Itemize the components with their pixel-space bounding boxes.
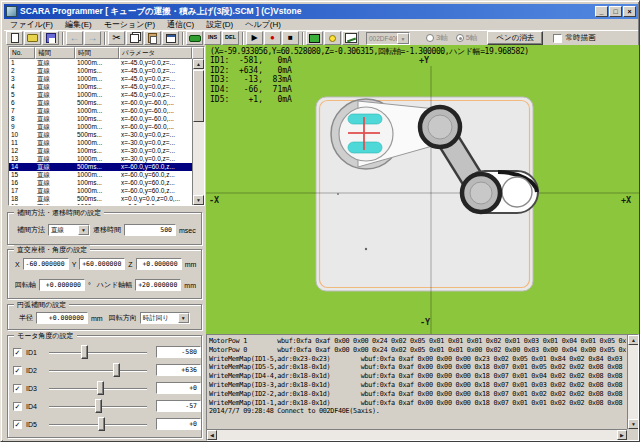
motor-angle-field[interactable]: -57 <box>156 400 201 412</box>
insert-step-button[interactable]: INS <box>204 31 221 45</box>
communication-log[interactable]: MotorPow 1 wbuf:0xfa 0xaf 0x00 0x00 0x24… <box>206 334 639 441</box>
table-row[interactable]: 8直線100ms...x=-60.0,y=-60.0,... <box>9 115 192 123</box>
step-back-button[interactable]: ← <box>66 31 83 45</box>
table-row[interactable]: 5直線1000m...x=-45.0,y=0.0,z=... <box>9 91 192 99</box>
motor-enable-checkbox[interactable]: ✓ <box>13 384 22 393</box>
table-row[interactable]: 7直線1000m...x=-60.0,y=-60.0,... <box>9 107 192 115</box>
slider-track[interactable] <box>49 370 147 372</box>
cut-button[interactable]: ✂ <box>108 31 125 45</box>
menu-item[interactable]: 編集(E) <box>59 19 98 30</box>
table-row[interactable]: 3直線1000m...x=-45.0,y=0.0,z=... <box>9 75 192 83</box>
table-row[interactable]: 10直線500ms...x=-30.0,y=0.0,z=... <box>9 131 192 139</box>
menu-item[interactable]: 設定(D) <box>200 19 239 30</box>
copy-button[interactable] <box>126 31 143 45</box>
menu-item[interactable]: 通信(C) <box>161 19 200 30</box>
rotation-axis-field[interactable]: +0.000000 <box>39 279 85 291</box>
scrollbar-thumb[interactable] <box>193 70 204 122</box>
scroll-right-icon[interactable]: ▶ <box>617 430 627 440</box>
column-header-param[interactable]: パラメータ <box>119 47 192 59</box>
table-row[interactable]: 6直線500ms...x=-60.0,y=-60.0,... <box>9 99 192 107</box>
z-field[interactable]: +0.000000 <box>136 258 182 270</box>
always-draw-checkbox[interactable]: 常時描画 <box>553 33 595 43</box>
new-file-button[interactable] <box>6 31 23 45</box>
table-cell: x=-45.0,y=0.0,z=... <box>119 59 192 67</box>
motor-enable-checkbox[interactable]: ✓ <box>13 348 22 357</box>
table-row[interactable]: 14直線500ms...x=-60.0,y=60.0,z... <box>9 163 192 171</box>
robot-canvas[interactable]: (X=-59.933056,Y=60.528080,Z=-0.306315,回転… <box>206 45 639 334</box>
paste-button[interactable] <box>144 31 161 45</box>
table-cell: 直線 <box>35 163 75 171</box>
motor-angle-field[interactable]: +636 <box>156 364 201 376</box>
slider-thumb[interactable] <box>113 363 120 377</box>
radio-3axis[interactable]: 3軸 <box>426 33 448 43</box>
step-forward-button[interactable]: → <box>84 31 101 45</box>
hand-width-field[interactable]: +20.000000 <box>135 279 181 291</box>
table-row[interactable]: 19直線1000m...x=0.0,y=0.0,z=... <box>9 203 192 205</box>
scroll-up-icon[interactable]: ▲ <box>628 335 639 345</box>
close-button[interactable]: × <box>623 6 636 17</box>
log-vertical-scrollbar[interactable]: ▲ ▼ <box>627 335 638 429</box>
table-cell: 100ms... <box>75 83 119 91</box>
connect-button[interactable] <box>186 31 203 45</box>
table-row[interactable]: 15直線1000m...x=-60.0,y=60.0,z... <box>9 171 192 179</box>
radio-5axis[interactable]: 5軸 <box>456 33 478 43</box>
slider-track[interactable] <box>49 352 147 354</box>
log-horizontal-scrollbar[interactable]: ◀ ▶ <box>207 429 627 440</box>
open-folder-icon <box>27 34 38 42</box>
motor-angle-field[interactable]: +0 <box>156 418 201 430</box>
delete-step-button[interactable]: DEL <box>222 31 239 45</box>
menu-item[interactable]: ファイル(F) <box>4 19 59 30</box>
stop-button[interactable]: ■ <box>282 31 299 45</box>
table-row[interactable]: 2直線100ms...x=-45.0,y=0.0,z=... <box>9 67 192 75</box>
telemetry-line: ID5: +1, 0mA <box>210 95 292 105</box>
transition-time-field[interactable]: 500 <box>124 224 176 236</box>
line-trace-button[interactable] <box>342 31 359 45</box>
rotation-direction-combobox[interactable]: 時計回り ▼ <box>140 312 190 324</box>
table-row[interactable]: 9直線1000m...x=-60.0,y=-60.0,... <box>9 123 192 131</box>
table-row[interactable]: 13直線1000m...x=-30.0,y=0.0,z=... <box>9 155 192 163</box>
maximize-button[interactable]: □ <box>609 6 622 17</box>
table-row[interactable]: 17直線1000m...x=-60.0,y=60.0,z... <box>9 187 192 195</box>
slider-thumb[interactable] <box>97 381 104 395</box>
table-row[interactable]: 1直線1000m...x=-45.0,y=0.0,z=... <box>9 59 192 67</box>
record-button[interactable]: ● <box>264 31 281 45</box>
column-header-extra[interactable] <box>192 47 204 59</box>
lamp-button[interactable] <box>324 31 341 45</box>
motor-angle-field[interactable]: +0 <box>156 382 201 394</box>
radius-field[interactable]: +0.000000 <box>36 312 88 324</box>
column-header-no[interactable]: No. <box>9 47 35 59</box>
scroll-down-icon[interactable]: ▼ <box>193 195 204 205</box>
device-id-combobox[interactable]: 002DF40E ▼ <box>366 32 410 45</box>
motor-enable-checkbox[interactable]: ✓ <box>13 402 22 411</box>
play-button[interactable]: ▶ <box>246 31 263 45</box>
scroll-down-icon[interactable]: ▼ <box>628 419 639 429</box>
pen-clear-button[interactable]: ペンの消去 <box>487 31 543 45</box>
table-row[interactable]: 18直線500ms...x=0.0,y=0.0,z=0.0,... <box>9 195 192 203</box>
table-scrollbar[interactable]: ▲ ▼ <box>192 59 204 205</box>
motor-enable-checkbox[interactable]: ✓ <box>13 366 22 375</box>
column-header-time[interactable]: 時間 <box>75 47 119 59</box>
motor-enable-checkbox[interactable]: ✓ <box>13 420 22 429</box>
table-cell: x=-45.0,y=0.0,z=... <box>119 67 192 75</box>
save-button[interactable] <box>42 31 59 45</box>
table-row[interactable]: 16直線100ms...x=-60.0,y=60.0,z... <box>9 179 192 187</box>
x-field[interactable]: -60.000000 <box>23 258 69 270</box>
column-header-interp[interactable]: 補間 <box>35 47 75 59</box>
scroll-left-icon[interactable]: ◀ <box>207 430 217 440</box>
minimize-button[interactable]: _ <box>595 6 608 17</box>
menu-item[interactable]: ヘルプ(H) <box>239 19 287 30</box>
monitor-button[interactable] <box>306 31 323 45</box>
interp-method-combobox[interactable]: 直線 ▼ <box>48 224 90 236</box>
slider-thumb[interactable] <box>95 399 102 413</box>
motor-angle-field[interactable]: -580 <box>156 346 201 358</box>
y-field[interactable]: +60.000000 <box>79 258 125 270</box>
table-row[interactable]: 4直線100ms...x=-45.0,y=0.0,z=... <box>9 83 192 91</box>
slider-thumb[interactable] <box>81 345 88 359</box>
open-file-button[interactable] <box>24 31 41 45</box>
table-row[interactable]: 11直線1000m...x=-30.0,y=0.0,z=... <box>9 139 192 147</box>
scroll-up-icon[interactable]: ▲ <box>193 59 204 69</box>
slider-thumb[interactable] <box>98 417 105 431</box>
menu-item[interactable]: モーション(P) <box>98 19 161 30</box>
program-window-button[interactable] <box>162 31 179 45</box>
table-row[interactable]: 12直線100ms...x=-30.0,y=0.0,z=... <box>9 147 192 155</box>
